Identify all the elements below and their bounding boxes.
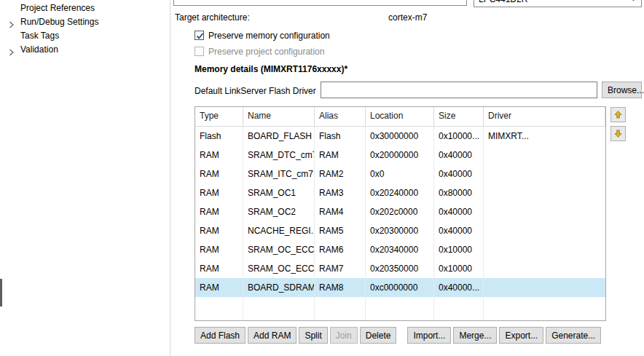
table-cell: RAM [195,165,243,183]
column-header-type[interactable]: Type [195,107,243,126]
table-cell: RAM3 [315,183,366,202]
properties-tree: Project ReferencesRun/Debug SettingsTask… [0,0,170,356]
table-cell: RAM5 [315,221,366,240]
table-cell [484,202,605,221]
table-cell: BOARD_FLASH [243,127,315,146]
sidebar-item-label: Task Tags [20,31,59,41]
column-header-location[interactable]: Location [366,107,434,126]
table-cell [484,278,605,297]
sidebar-item-label: Project References [20,3,95,13]
clipped-dropdown-left[interactable] [173,0,467,6]
table-row[interactable]: RAMNCACHE_REGI...RAM50x203000000x40000 [195,221,605,240]
table-cell: 0x30000000 [366,127,434,146]
table-cell: SRAM_ITC_cm7 [243,165,315,183]
table-cell: Flash [195,127,243,146]
table-cell [484,165,605,183]
flash-driver-input[interactable] [321,82,597,98]
checkbox-checked-icon[interactable] [195,31,204,40]
table-cell: RAM [315,146,366,165]
table-cell: 0x80000 [434,183,484,202]
join-button: Join [330,327,358,344]
add-flash-button[interactable]: Add Flash [195,327,246,344]
move-down-button[interactable] [610,126,626,141]
table-row[interactable]: RAMSRAM_OC_ECC2RAM70x203500000x10000 [195,259,605,278]
table-cell: RAM6 [315,240,366,259]
table-cell: RAM4 [315,202,366,221]
expand-chevron-icon[interactable] [9,47,15,54]
gridline [483,127,484,320]
table-cell: RAM2 [315,165,366,183]
table-cell: 0x40000 [434,165,484,183]
move-up-button[interactable] [610,107,626,122]
table-cell: 0x20000000 [366,146,434,165]
table-cell: RAM [195,259,243,278]
sidebar-item[interactable]: Project References [0,1,170,15]
table-cell: RAM [195,221,243,240]
table-row[interactable]: RAMSRAM_OC1RAM30x202400000x80000 [195,183,605,202]
clipped-dropdown-right[interactable]: LPC441D2R [474,0,642,7]
expand-chevron-icon[interactable] [9,19,15,26]
table-cell: Flash [315,127,366,146]
gridline [314,127,315,320]
table-cell: 0x40000 [434,221,484,240]
table-cell: SRAM_DTC_cm7 [243,146,315,165]
split-button[interactable]: Split [299,327,327,344]
dropdown-value: LPC441D2R [479,0,527,7]
table-cell: 0x0 [366,165,434,183]
merge-button[interactable]: Merge... [453,327,497,344]
table-cell [484,183,605,202]
mcu-settings-page: Project ReferencesRun/Debug SettingsTask… [0,0,644,356]
import-button[interactable]: Import... [407,327,451,344]
table-row[interactable]: RAMSRAM_ITC_cm7RAM20x00x40000 [195,165,605,183]
down-arrow-icon [613,129,623,138]
browse-button[interactable]: Browse... [602,82,642,98]
checkbox-unchecked-icon [195,47,204,56]
scrollbar-thumb[interactable] [0,279,2,306]
export-button[interactable]: Export... [499,327,543,344]
table-cell: RAM8 [315,278,366,297]
column-header-driver[interactable]: Driver [484,107,605,126]
panel-separator [170,0,170,356]
column-header-alias[interactable]: Alias [315,107,366,126]
table-cell: SRAM_OC1 [243,183,315,202]
target-architecture-label: Target architecture: [175,12,250,23]
table-cell: RAM [195,240,243,259]
table-cell: SRAM_OC_ECC2 [243,259,315,278]
table-cell: 0x40000 [434,146,484,165]
table-row[interactable]: RAMSRAM_DTC_cm7RAM0x200000000x40000 [195,146,605,165]
table-cell: 0x20300000 [366,221,434,240]
chevron-down-icon [630,0,637,4]
sidebar-item[interactable]: Validation [0,43,170,57]
table-cell: 0x20340000 [366,240,434,259]
table-cell [484,259,605,278]
table-cell [484,146,605,165]
sidebar-item[interactable]: Run/Debug Settings [0,15,170,29]
table-row[interactable]: RAMSRAM_OC2RAM40x202c00000x40000 [195,202,605,221]
gridline [433,127,434,320]
column-header-size[interactable]: Size [434,107,484,126]
table-cell: 0xc0000000 [366,278,434,297]
target-architecture-value: cortex-m7 [388,12,427,23]
table-cell: 0x40000 [434,202,484,221]
sidebar-item-label: Validation [20,44,58,55]
add-ram-button[interactable]: Add RAM [248,327,297,344]
table-cell: BOARD_SDRAM [243,278,315,297]
table-row[interactable]: RAMBOARD_SDRAMRAM80xc00000000x40000... [195,278,605,297]
table-row[interactable]: FlashBOARD_FLASHFlash0x300000000x10000..… [195,127,605,146]
table-cell: NCACHE_REGI... [243,221,315,240]
sidebar-item[interactable]: Task Tags [0,29,170,43]
up-arrow-icon [613,110,623,119]
delete-button[interactable]: Delete [360,327,397,344]
sidebar-item-label: Run/Debug Settings [20,17,98,27]
table-cell: RAM7 [315,259,366,278]
column-header-name[interactable]: Name [243,107,315,126]
table-cell: 0x40000... [434,278,484,297]
table-row[interactable]: RAMSRAM_OC_ECC1RAM60x203400000x10000 [195,240,605,259]
table-cell: RAM [195,202,243,221]
gridline [243,127,243,320]
table-body: FlashBOARD_FLASHFlash0x300000000x10000..… [195,127,605,320]
table-header: TypeNameAliasLocationSizeDriver [195,107,605,127]
table-cell: RAM [195,183,243,202]
table-cell: 0x202c0000 [366,202,434,221]
generate-button[interactable]: Generate... [546,327,601,344]
